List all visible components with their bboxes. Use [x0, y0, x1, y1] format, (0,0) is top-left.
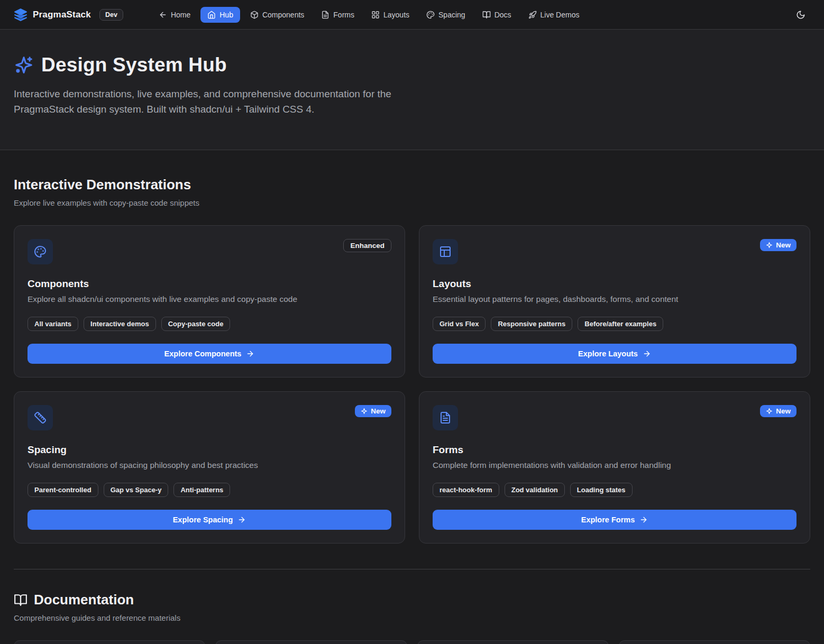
nav-item-spacing[interactable]: Spacing [419, 7, 472, 23]
demo-card-components: Enhanced Components Explore all shadcn/u… [14, 225, 405, 378]
nav-item-components[interactable]: Components [243, 7, 311, 23]
nav-item-home[interactable]: Home [152, 7, 197, 23]
arrow-right-icon [639, 516, 648, 524]
card-title: Layouts [433, 278, 796, 290]
palette-icon [28, 239, 53, 264]
demo-card-grid: Enhanced Components Explore all shadcn/u… [14, 225, 810, 544]
card-title: Forms [433, 444, 796, 456]
explore-spacing-button[interactable]: Explore Spacing [28, 510, 391, 530]
tag-row: react-hook-form Zod validation Loading s… [433, 483, 796, 497]
card-description: Explore all shadcn/ui components with li… [28, 295, 391, 304]
tag-row: Grid vs Flex Responsive patterns Before/… [433, 317, 796, 331]
rocket-icon [528, 11, 537, 19]
main-content: Interactive Demonstrations Explore live … [0, 150, 824, 644]
demo-card-layouts: New Layouts Essential layout patterns fo… [419, 225, 810, 378]
sparkles-icon [766, 408, 773, 415]
hero-section: Design System Hub Interactive demonstrat… [0, 30, 824, 150]
book-open-icon [482, 11, 491, 19]
doc-card-quick-reference[interactable]: Quick Reference Cheat sheet for lookups [619, 640, 810, 644]
ruler-icon [28, 405, 53, 430]
status-badge: New [760, 239, 796, 251]
nav-item-docs[interactable]: Docs [475, 7, 518, 23]
layout-panel-top-icon [433, 239, 458, 264]
page-description: Interactive demonstrations, live example… [14, 87, 408, 117]
file-text-icon [321, 11, 329, 19]
tag: Interactive demos [84, 317, 156, 331]
nav-item-hub[interactable]: Hub [200, 7, 240, 23]
demo-card-forms: New Forms Complete form implementations … [419, 391, 810, 544]
tag: Responsive patterns [491, 317, 572, 331]
demos-section: Interactive Demonstrations Explore live … [14, 150, 810, 544]
tag: Copy-paste code [161, 317, 231, 331]
palette-icon [426, 11, 435, 19]
explore-components-button[interactable]: Explore Components [28, 344, 391, 364]
docs-heading: Documentation [14, 592, 810, 608]
tag: react-hook-form [433, 483, 499, 497]
explore-forms-button[interactable]: Explore Forms [433, 510, 796, 530]
tag: All variants [28, 317, 78, 331]
nav-item-forms[interactable]: Forms [314, 7, 361, 23]
brand: PragmaStack Dev [14, 8, 123, 22]
card-title: Components [28, 278, 391, 290]
arrow-left-icon [159, 11, 167, 19]
sparkles-icon [14, 55, 34, 75]
docs-section: Documentation Comprehensive guides and r… [14, 569, 810, 644]
tag-row: All variants Interactive demos Copy-past… [28, 317, 391, 331]
main-nav: Home Hub Components Forms Layouts [152, 7, 587, 23]
sparkles-icon [766, 242, 773, 249]
home-icon [207, 11, 216, 19]
card-title: Spacing [28, 444, 391, 456]
card-description: Complete form implementations with valid… [433, 461, 796, 470]
book-open-icon [14, 593, 28, 607]
tag: Parent-controlled [28, 483, 98, 497]
page-title: Design System Hub [41, 54, 227, 76]
env-badge: Dev [99, 9, 123, 21]
file-text-icon [433, 405, 458, 430]
sparkles-icon [361, 408, 368, 415]
tag: Gap vs Space-y [104, 483, 169, 497]
doc-card-grid: Quick Start 5-minute crash course Comple… [14, 640, 810, 644]
top-navbar: PragmaStack Dev Home Hub Components Fo [0, 0, 824, 30]
brand-name: PragmaStack [33, 10, 91, 20]
tag: Loading states [570, 483, 633, 497]
arrow-right-icon [237, 516, 246, 524]
tag-row: Parent-controlled Gap vs Space-y Anti-pa… [28, 483, 391, 497]
moon-icon [796, 10, 805, 20]
tag: Before/after examples [578, 317, 663, 331]
doc-card-quick-start[interactable]: Quick Start 5-minute crash course [14, 640, 205, 644]
nav-item-layouts[interactable]: Layouts [364, 7, 416, 23]
layers-logo-icon [14, 8, 28, 22]
arrow-right-icon [643, 349, 651, 358]
package-icon [250, 11, 259, 19]
card-description: Essential layout patterns for pages, das… [433, 295, 796, 304]
status-badge: Enhanced [343, 239, 391, 252]
demos-subtitle: Explore live examples with copy-paste co… [14, 198, 810, 207]
tag: Zod validation [505, 483, 565, 497]
demo-card-spacing: New Spacing Visual demonstrations of spa… [14, 391, 405, 544]
explore-layouts-button[interactable]: Explore Layouts [433, 344, 796, 364]
card-description: Visual demonstrations of spacing philoso… [28, 461, 391, 470]
doc-card-complete-documentation[interactable]: Complete Documentation Full design syste… [215, 640, 407, 644]
status-badge: New [355, 405, 391, 417]
tag: Anti-patterns [173, 483, 230, 497]
nav-item-live-demos[interactable]: Live Demos [521, 7, 587, 23]
tag: Grid vs Flex [433, 317, 486, 331]
status-badge: New [760, 405, 796, 417]
docs-subtitle: Comprehensive guides and reference mater… [14, 613, 810, 622]
theme-toggle-button[interactable] [791, 5, 810, 24]
layout-grid-icon [371, 11, 380, 19]
arrow-right-icon [246, 349, 254, 358]
doc-card-ai-guidelines[interactable]: AI Guidelines Rules for AI code generati… [417, 640, 609, 644]
demos-heading: Interactive Demonstrations [14, 177, 810, 193]
